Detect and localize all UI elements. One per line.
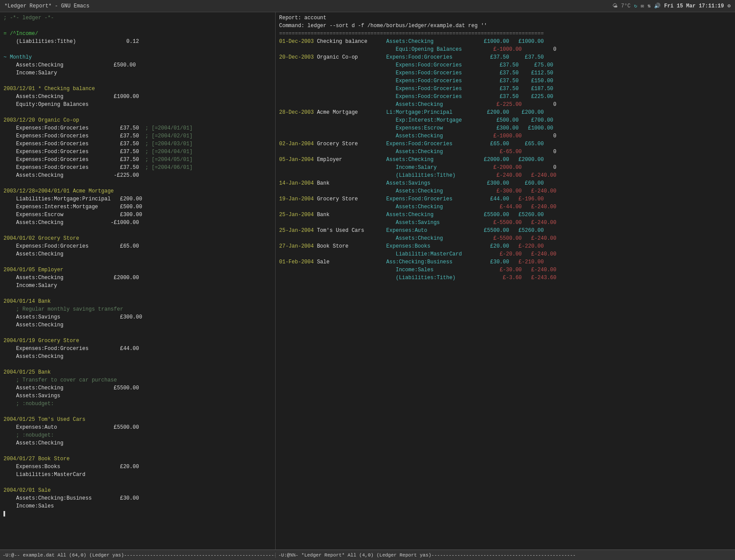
titlebar-right-section: 🌤 7°C ↻ ✉ ⇅ 🔊 Fri 15 Mar 17:11:19 ⚙ [612,3,731,9]
status-left: -U:@-- example.dat All (64,0) (Ledger ya… [0,553,276,558]
mail-icon[interactable]: ✉ [640,3,644,9]
time-display: Fri 15 Mar 17:11:19 [664,3,724,9]
left-pane[interactable]: ; -*- ledger -*- = /^Income/ (Liabilitie… [0,12,276,550]
settings-icon[interactable]: ⚙ [728,3,731,9]
right-pane-header: Report: account Command: ledger --sort d… [279,14,732,282]
main-content: ; -*- ledger -*- = /^Income/ (Liabilitie… [0,12,735,550]
volume-icon[interactable]: 🔊 [654,3,661,9]
weather-display: 🌤 7°C [612,3,630,9]
left-pane-content: ; -*- ledger -*- = /^Income/ (Liabilitie… [4,14,272,518]
refresh-icon[interactable]: ↻ [634,3,637,9]
titlebar: *Ledger Report* - GNU Emacs 🌤 7°C ↻ ✉ ⇅ … [0,0,735,12]
window-title: *Ledger Report* - GNU Emacs [4,3,89,9]
network-icon: ⇅ [648,3,651,9]
status-right: -U:@%%- *Ledger Report* All (4,0) (Ledge… [276,553,735,558]
right-pane[interactable]: Report: account Command: ledger --sort d… [276,12,735,550]
statusbar: -U:@-- example.dat All (64,0) (Ledger ya… [0,550,735,560]
